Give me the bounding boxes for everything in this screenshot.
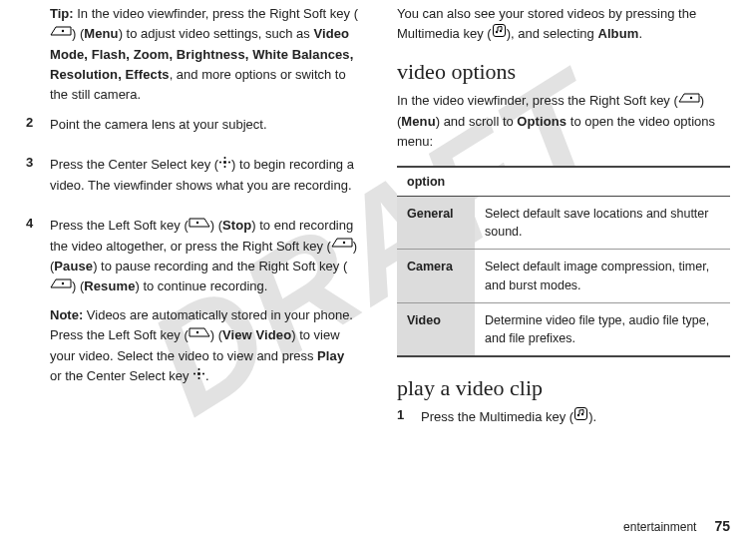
play-step-1-text: Press the Multimedia key (). (421, 407, 730, 428)
table-row: General Select default save locations an… (397, 197, 730, 250)
svg-point-4 (219, 161, 221, 163)
opt-desc-camera: Select default image compression, timer,… (475, 250, 730, 302)
video-options-para: In the video viewfinder, press the Right… (397, 91, 730, 152)
svg-point-7 (343, 242, 345, 244)
svg-point-20 (577, 414, 579, 416)
note-play: Play (317, 348, 344, 363)
step-4-para-1: Press the Left Soft key () (Stop) to end… (50, 216, 359, 297)
options-table: option General Select default save locat… (397, 166, 730, 357)
svg-point-5 (228, 161, 230, 163)
left-column: Tip: In the video viewfinder, press the … (26, 4, 363, 534)
step-3-text-a: Press the Center Select key ( (50, 157, 218, 172)
note-e: . (205, 368, 209, 383)
svg-point-14 (202, 372, 204, 374)
svg-point-13 (193, 372, 195, 374)
ps1-b: ). (588, 409, 596, 424)
svg-rect-19 (575, 407, 587, 419)
note-viewvideo: View Video (222, 327, 291, 342)
tip-text-a: In the video viewfinder, press the Right… (74, 6, 358, 21)
svg-rect-1 (223, 161, 226, 164)
opt-label-video: Video (397, 302, 475, 356)
right-soft-key-icon (50, 24, 72, 44)
step-2-text: Point the camera lens at your subject. (50, 115, 359, 135)
heading-video-options: video options (397, 59, 730, 85)
note-d: or the Center Select key (50, 368, 192, 383)
right-column: You can also see your stored videos by p… (393, 4, 730, 534)
tip-text-c: ) to adjust video settings, such as (119, 26, 314, 41)
step-2-number: 2 (26, 115, 38, 130)
tip-menu: Menu (84, 26, 118, 41)
svg-point-8 (62, 282, 64, 284)
top-album: Album (597, 26, 638, 41)
opt-desc-video: Determine video file type, audio file ty… (475, 302, 730, 356)
vo-c: ) and scroll to (436, 114, 518, 129)
play-step-1-number: 1 (397, 407, 409, 422)
right-soft-key-icon (50, 276, 72, 296)
opt-label-general: General (397, 197, 475, 250)
heading-play-video-clip: play a video clip (397, 375, 730, 401)
s4p1-f: ) ( (72, 278, 84, 293)
svg-point-21 (581, 413, 583, 415)
step-3-text: Press the Center Select key () to begin … (50, 155, 359, 196)
note-label: Note: (50, 307, 83, 322)
ps1-a: Press the Multimedia key ( (421, 409, 573, 424)
tip-paragraph: Tip: In the video viewfinder, press the … (26, 4, 359, 105)
vo-menu: Menu (401, 114, 435, 129)
vo-a: In the video viewfinder, press the Right… (397, 93, 678, 108)
step-3-number: 3 (26, 155, 38, 170)
top-para: You can also see your stored videos by p… (397, 4, 730, 45)
top-c: . (638, 26, 642, 41)
table-row: Camera Select default image compression,… (397, 250, 730, 302)
svg-point-17 (499, 30, 501, 32)
right-soft-key-icon (331, 236, 353, 256)
options-table-header: option (397, 167, 730, 197)
tip-label: Tip: (50, 6, 74, 21)
s4-resume: Resume (84, 278, 135, 293)
center-select-key-icon (218, 155, 231, 175)
top-b: ), and selecting (507, 26, 598, 41)
svg-point-18 (690, 97, 692, 99)
svg-point-2 (224, 157, 226, 159)
tip-text-b: ) ( (72, 26, 84, 41)
svg-point-6 (196, 221, 198, 223)
right-soft-key-icon (678, 91, 700, 111)
step-4: 4 Press the Left Soft key () (Stop) to e… (26, 216, 359, 395)
s4p1-b: ) ( (210, 218, 222, 233)
svg-rect-10 (197, 372, 200, 375)
note-b: ) ( (210, 327, 222, 342)
svg-point-3 (224, 166, 226, 168)
table-row: Video Determine video file type, audio f… (397, 302, 730, 356)
footer-section: entertainment (623, 520, 696, 534)
opt-label-camera: Camera (397, 250, 475, 302)
s4p1-a: Press the Left Soft key ( (50, 218, 189, 233)
center-select-key-icon (192, 366, 205, 386)
left-soft-key-icon (189, 325, 210, 345)
footer-page-number: 75 (714, 518, 730, 534)
svg-point-0 (62, 29, 64, 31)
step-2: 2 Point the camera lens at your subject. (26, 115, 359, 143)
svg-point-16 (495, 31, 497, 33)
svg-point-9 (196, 331, 198, 333)
svg-point-11 (198, 368, 200, 370)
left-soft-key-icon (189, 216, 210, 236)
step-4-note: Note: Videos are automatically stored in… (50, 305, 359, 387)
svg-rect-15 (493, 25, 505, 37)
s4p1-g: ) to continue recording. (135, 278, 267, 293)
page-content: Tip: In the video viewfinder, press the … (0, 0, 756, 544)
play-step-1: 1 Press the Multimedia key (). (397, 407, 730, 436)
multimedia-key-icon (573, 406, 588, 427)
s4-stop: Stop (222, 218, 251, 233)
s4-pause: Pause (54, 259, 93, 273)
step-3: 3 Press the Center Select key () to begi… (26, 155, 359, 204)
page-footer: entertainment75 (623, 518, 730, 534)
svg-point-12 (198, 377, 200, 379)
opt-desc-general: Select default save locations and shutte… (475, 197, 730, 250)
step-4-number: 4 (26, 216, 38, 231)
s4p1-e: ) to pause recording and the Right Soft … (93, 259, 347, 273)
vo-options: Options (517, 114, 567, 129)
multimedia-key-icon (492, 23, 507, 44)
